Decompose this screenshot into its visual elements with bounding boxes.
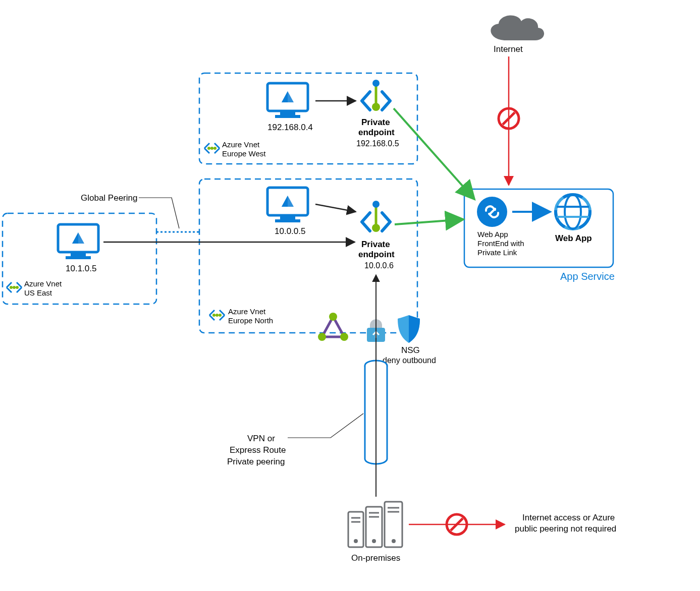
arrow-pe-eurowest-frontend xyxy=(394,108,474,199)
svg-point-10 xyxy=(213,147,217,150)
arrow-pe-euronorth-frontend xyxy=(395,219,463,224)
gateway-triangle-icon xyxy=(318,313,348,341)
web-app-icon xyxy=(556,195,590,229)
svg-rect-21 xyxy=(280,215,295,219)
vm-icon xyxy=(267,188,308,222)
svg-rect-13 xyxy=(275,115,300,118)
vpn-label-3: Private peering xyxy=(227,457,285,466)
private-endpoint-icon xyxy=(362,201,390,232)
vnet-eurowest-label-2: Europe West xyxy=(222,149,266,158)
private-link-icon xyxy=(477,197,507,227)
svg-point-9 xyxy=(210,147,213,150)
svg-rect-22 xyxy=(275,219,300,222)
vnet-icon xyxy=(204,143,220,153)
arrow-vm-pe-euronorth xyxy=(315,204,356,212)
frontend-label-3: Private Link xyxy=(477,248,517,257)
svg-rect-31 xyxy=(66,256,91,259)
global-peering-label: Global Peering xyxy=(81,193,137,203)
pe-euronorth-title-1: Private xyxy=(361,240,390,249)
svg-point-34 xyxy=(318,333,326,341)
svg-point-16 xyxy=(372,103,380,111)
pe-eurowest-ip: 192.168.0.5 xyxy=(356,139,399,148)
app-service-label: App Service xyxy=(560,271,615,282)
vnet-icon xyxy=(209,310,225,320)
vm-euronorth-ip: 10.0.0.5 xyxy=(275,226,305,236)
vnet-useast-label-2: US East xyxy=(24,288,52,297)
no-internet-1: Internet access or Azure xyxy=(522,513,615,522)
pe-euronorth-title-2: endpoint xyxy=(358,250,395,259)
svg-point-48 xyxy=(392,539,396,543)
svg-point-18 xyxy=(216,314,219,317)
svg-point-27 xyxy=(13,286,16,289)
nsg-sub: deny outbound xyxy=(383,356,436,365)
svg-point-24 xyxy=(372,201,380,208)
frontend-label-2: FrontEnd with xyxy=(477,239,524,248)
servers-icon xyxy=(348,502,402,547)
svg-point-28 xyxy=(16,286,19,289)
webapp-label: Web App xyxy=(555,233,592,243)
shield-icon xyxy=(398,315,420,343)
private-endpoint-icon xyxy=(362,80,390,111)
vnet-eurowest-label-1: Azure Vnet xyxy=(222,140,260,149)
vnet-useast-label-1: Azure Vnet xyxy=(24,279,62,288)
svg-point-19 xyxy=(219,314,222,317)
leader-line xyxy=(288,413,363,438)
vnet-euronorth-label-1: Azure Vnet xyxy=(228,307,266,316)
svg-point-8 xyxy=(207,147,210,150)
nsg-label: NSG xyxy=(401,345,420,355)
vpn-label-1: VPN or xyxy=(247,434,275,443)
vm-icon xyxy=(58,224,98,259)
no-internet-2: public peering not required xyxy=(515,524,616,534)
svg-rect-30 xyxy=(71,252,86,256)
svg-point-33 xyxy=(340,333,348,341)
diagram-canvas: Internet App Service Web App FrontEnd wi… xyxy=(0,0,700,591)
svg-point-25 xyxy=(372,224,380,232)
svg-point-15 xyxy=(372,80,380,87)
svg-point-17 xyxy=(212,314,216,317)
pe-eurowest-title-1: Private xyxy=(361,117,390,127)
vpn-label-2: Express Route xyxy=(230,445,286,455)
svg-point-32 xyxy=(329,313,337,321)
vnet-euronorth-label-2: Europe North xyxy=(228,316,273,325)
vm-icon xyxy=(267,83,308,118)
svg-point-46 xyxy=(354,539,358,543)
svg-point-47 xyxy=(372,539,376,543)
internet-label: Internet xyxy=(494,44,523,54)
pe-eurowest-title-2: endpoint xyxy=(358,128,395,137)
vm-useast-ip: 10.1.0.5 xyxy=(66,264,96,273)
frontend-label-1: Web App xyxy=(477,230,508,239)
cloud-icon xyxy=(491,15,544,40)
svg-rect-12 xyxy=(280,111,295,115)
pe-euronorth-ip: 10.0.0.6 xyxy=(364,261,394,270)
svg-point-5 xyxy=(565,195,581,229)
svg-point-26 xyxy=(10,286,13,289)
vnet-icon xyxy=(7,282,22,292)
vm-eurowest-ip: 192.168.0.4 xyxy=(267,123,313,132)
onprem-label: On-premises xyxy=(351,553,400,563)
